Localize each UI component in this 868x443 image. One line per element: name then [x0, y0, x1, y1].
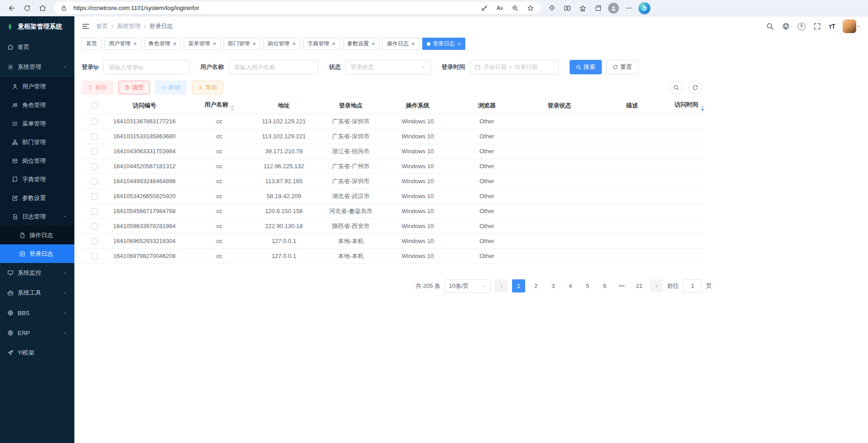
tab[interactable]: 字典管理 × — [303, 38, 340, 50]
browser-extensions-button[interactable] — [545, 1, 559, 15]
row-checkbox[interactable] — [91, 133, 98, 140]
tab-close-icon[interactable]: × — [372, 41, 375, 47]
row-checkbox[interactable] — [91, 118, 98, 125]
tab-close-icon[interactable]: × — [253, 41, 256, 47]
sidebar-item-parameter-settings[interactable]: 参数设置 — [0, 189, 74, 207]
row-checkbox[interactable] — [91, 178, 98, 185]
refresh-table-button[interactable] — [688, 81, 702, 94]
sidebar-item-home[interactable]: 首页 — [0, 37, 74, 57]
tab-close-icon[interactable]: × — [133, 41, 137, 47]
page-number-button[interactable]: 2 — [529, 279, 542, 292]
delete-button[interactable]: 删除 — [82, 81, 113, 94]
unlock-button[interactable]: 解锁 — [155, 81, 186, 94]
tab[interactable]: 角色管理 × — [144, 38, 181, 50]
sidebar-item-system-monitoring[interactable]: 系统监控 — [0, 263, 74, 283]
page-number-button[interactable]: 1 — [512, 279, 525, 292]
tab-close-icon[interactable]: × — [173, 41, 177, 47]
sidebar-item-system-tools[interactable]: 系统工具 — [0, 283, 74, 303]
site-info-icon[interactable] — [58, 3, 70, 14]
add-favorites-button[interactable] — [525, 3, 536, 14]
row-checkbox[interactable] — [91, 223, 98, 229]
sidebar-item-role-management[interactable]: 角色管理 — [0, 96, 74, 114]
tab-close-icon[interactable]: × — [332, 41, 336, 47]
sidebar-toggle-button[interactable] — [82, 22, 90, 30]
breadcrumb-item[interactable]: 首页 — [96, 22, 108, 30]
fullscreen-button[interactable] — [813, 22, 821, 30]
url-text[interactable]: https://ccnetcore.com:1101/system/log/lo… — [73, 5, 475, 11]
row-checkbox[interactable] — [91, 163, 98, 170]
column-header-visit-time[interactable]: 访问时间 — [674, 98, 705, 114]
page-number-button[interactable]: 3 — [546, 279, 560, 292]
tab[interactable]: 参数设置 × — [343, 38, 380, 50]
user-menu-button[interactable] — [843, 19, 861, 33]
export-button[interactable]: 导出 — [192, 81, 223, 94]
tab[interactable]: 菜单管理 × — [184, 38, 221, 50]
sidebar-item-user-management[interactable]: 用户管理 — [0, 77, 74, 96]
toggle-search-button[interactable] — [669, 81, 683, 94]
help-button[interactable]: ? — [798, 23, 805, 30]
bing-copilot-button[interactable]: b — [637, 1, 652, 15]
clear-button[interactable]: 清空 — [118, 81, 150, 94]
page-number-button[interactable]: 4 — [564, 279, 577, 292]
page-number-button[interactable]: 5 — [581, 279, 594, 292]
browser-refresh-button[interactable] — [20, 1, 34, 15]
sort-icon[interactable] — [701, 106, 704, 111]
tab[interactable]: 岗位管理 × — [263, 38, 300, 50]
row-checkbox[interactable] — [91, 208, 98, 214]
sidebar-item-operation-log[interactable]: 操作日志 — [0, 226, 74, 244]
sidebar-item-login-log[interactable]: 登录日志 — [0, 244, 74, 263]
tab[interactable]: 部门管理 × — [224, 38, 261, 50]
sidebar-item-yi-framework[interactable]: Yi框架 — [0, 343, 74, 363]
tab-close-icon[interactable]: × — [458, 41, 461, 47]
address-bar[interactable]: https://ccnetcore.com:1101/system/log/lo… — [54, 2, 541, 14]
search-button[interactable]: 搜索 — [570, 60, 602, 74]
tab-close-icon[interactable]: × — [213, 41, 216, 47]
user-name-input[interactable] — [229, 60, 318, 74]
breadcrumb-item[interactable]: 系统管理 — [117, 22, 141, 30]
browser-profile-button[interactable] — [606, 1, 621, 15]
row-checkbox[interactable] — [91, 193, 98, 200]
browser-back-button[interactable] — [5, 1, 19, 15]
font-size-button[interactable]: тT — [829, 23, 835, 30]
row-checkbox[interactable] — [91, 238, 98, 244]
row-checkbox[interactable] — [91, 148, 98, 155]
tab[interactable]: 用户管理 × — [104, 38, 141, 50]
browser-collections-button[interactable] — [591, 1, 605, 15]
tab[interactable]: 登录日志 × — [422, 38, 466, 50]
tab-close-icon[interactable]: × — [411, 41, 415, 47]
tab[interactable]: 首页 — [82, 38, 102, 50]
tab[interactable]: 操作日志 × — [382, 38, 419, 50]
sidebar-item-post-management[interactable]: 岗位管理 — [0, 151, 74, 170]
header-search-button[interactable] — [766, 22, 774, 30]
date-range-picker[interactable]: 开始日期 - 结束日期 — [470, 60, 559, 74]
previous-page-button[interactable] — [495, 279, 508, 292]
column-header-user-name[interactable]: 用户名称 — [182, 98, 257, 114]
sidebar-item-system-management[interactable]: 系统管理 — [0, 57, 74, 77]
sidebar-item-bbs[interactable]: BBS — [0, 303, 74, 323]
sidebar-item-dictionary-management[interactable]: 字典管理 — [0, 170, 74, 189]
github-link-button[interactable] — [782, 22, 790, 30]
page-size-select[interactable]: 10条/页 — [444, 279, 491, 293]
sidebar-item-department-management[interactable]: 部门管理 — [0, 133, 74, 151]
login-ip-input[interactable] — [103, 60, 190, 74]
select-all-checkbox[interactable] — [91, 102, 98, 109]
browser-home-button[interactable] — [35, 1, 50, 15]
goto-page-input[interactable] — [683, 279, 702, 292]
tab-close-icon[interactable]: × — [292, 41, 296, 47]
last-page-button[interactable]: 21 — [633, 279, 646, 292]
sort-icon[interactable] — [230, 106, 234, 111]
more-pages-button[interactable]: ••• — [615, 279, 629, 292]
browser-split-screen-button[interactable] — [560, 1, 575, 15]
next-page-button[interactable] — [650, 279, 663, 292]
sidebar-item-erp[interactable]: ERP — [0, 323, 74, 343]
page-number-button[interactable]: 6 — [598, 279, 611, 292]
saved-passwords-icon[interactable] — [478, 3, 490, 14]
read-aloud-button[interactable]: A)) — [494, 3, 506, 14]
browser-favorites-button[interactable] — [575, 1, 590, 15]
row-checkbox[interactable] — [91, 253, 98, 259]
status-select[interactable]: 登录状态 — [346, 60, 431, 74]
app-logo[interactable]: 意框架管理系统 — [0, 16, 74, 37]
browser-settings-menu-button[interactable] — [622, 1, 636, 15]
sidebar-item-log-management[interactable]: 日志管理 — [0, 207, 74, 226]
reset-button[interactable]: 重置 — [606, 60, 639, 74]
